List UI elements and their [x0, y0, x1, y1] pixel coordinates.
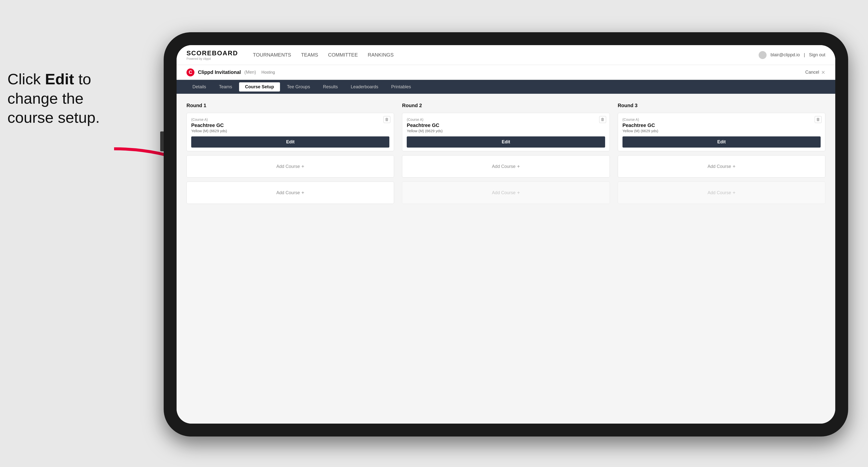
nav-links: TOURNAMENTS TEAMS COMMITTEE RANKINGS: [253, 51, 758, 59]
separator: |: [804, 52, 805, 58]
hosting-badge: Hosting: [261, 70, 275, 75]
round-1-add-course-2-plus: +: [301, 190, 304, 196]
round-2-edit-button[interactable]: Edit: [407, 136, 605, 148]
cancel-x-icon[interactable]: ✕: [821, 69, 825, 75]
round-3-course-card: (Course A) Peachtree GC Yellow (M) (6629…: [618, 113, 825, 151]
tab-nav: Details Teams Course Setup Tee Groups Re…: [177, 80, 835, 94]
main-content: Round 1 (Course A) Peachtree GC Yellow (…: [177, 94, 835, 424]
app-content: SCOREBOARD Powered by clippd TOURNAMENTS…: [177, 45, 835, 424]
user-email: blair@clippd.io: [771, 52, 800, 58]
round-2-add-course-2-plus: +: [517, 190, 520, 196]
round-1-column: Round 1 (Course A) Peachtree GC Yellow (…: [186, 103, 394, 208]
round-2-add-course-2-text: Add Course: [492, 190, 516, 195]
top-nav: SCOREBOARD Powered by clippd TOURNAMENTS…: [177, 45, 835, 65]
round-2-course-name: Peachtree GC: [407, 123, 605, 128]
round-1-add-course-2[interactable]: Add Course +: [186, 182, 394, 204]
round-3-add-course-1-text: Add Course: [708, 164, 731, 169]
trash-icon: 🗑: [816, 117, 820, 122]
rounds-grid: Round 1 (Course A) Peachtree GC Yellow (…: [186, 103, 825, 208]
tablet-side-button: [160, 131, 164, 151]
tab-printables[interactable]: Printables: [385, 82, 417, 92]
sub-nav: C Clippd Invitational (Men) Hosting Canc…: [177, 65, 835, 80]
round-3-delete-button[interactable]: 🗑: [815, 116, 822, 123]
round-1-course-card: (Course A) Peachtree GC Yellow (M) (6629…: [186, 113, 394, 151]
tournament-title: Clippd Invitational: [198, 69, 241, 75]
round-1-course-name: Peachtree GC: [191, 123, 390, 128]
tab-leaderboards[interactable]: Leaderboards: [345, 82, 384, 92]
round-3-add-course-2-plus: +: [733, 190, 736, 196]
round-2-add-course-1-plus: +: [517, 164, 520, 169]
tablet-device: SCOREBOARD Powered by clippd TOURNAMENTS…: [164, 32, 848, 436]
tab-tee-groups[interactable]: Tee Groups: [281, 82, 316, 92]
round-3-column: Round 3 (Course A) Peachtree GC Yellow (…: [618, 103, 825, 208]
user-avatar: [758, 51, 767, 59]
round-3-course-details: Yellow (M) (6629 yds): [622, 129, 820, 133]
round-1-delete-button[interactable]: 🗑: [383, 116, 390, 123]
tab-results[interactable]: Results: [317, 82, 344, 92]
round-3-add-course-2: Add Course +: [618, 182, 825, 204]
cancel-button[interactable]: Cancel: [805, 70, 819, 75]
round-2-heading: Round 2: [402, 103, 610, 108]
sign-out-link[interactable]: Sign out: [809, 52, 825, 58]
tab-details[interactable]: Details: [186, 82, 212, 92]
trash-icon: 🗑: [385, 117, 389, 122]
round-2-course-card: (Course A) Peachtree GC Yellow (M) (6629…: [402, 113, 610, 151]
round-1-edit-button[interactable]: Edit: [191, 136, 390, 148]
trash-icon: 🗑: [601, 117, 604, 122]
round-2-course-details: Yellow (M) (6629 yds): [407, 129, 605, 133]
tablet-screen: SCOREBOARD Powered by clippd TOURNAMENTS…: [177, 45, 835, 424]
round-1-add-course-1-plus: +: [301, 164, 304, 169]
round-3-add-course-1[interactable]: Add Course +: [618, 155, 825, 178]
nav-rankings[interactable]: RANKINGS: [368, 51, 394, 59]
round-1-add-course-1[interactable]: Add Course +: [186, 155, 394, 178]
round-3-course-label: (Course A): [622, 118, 820, 122]
round-1-heading: Round 1: [186, 103, 394, 108]
round-3-edit-button[interactable]: Edit: [622, 136, 820, 148]
round-2-add-course-2: Add Course +: [402, 182, 610, 204]
round-1-add-course-1-text: Add Course: [276, 164, 300, 169]
logo-main: SCOREBOARD: [186, 49, 238, 57]
round-2-add-course-1[interactable]: Add Course +: [402, 155, 610, 178]
clippd-logo: C: [186, 68, 194, 76]
round-1-course-label: (Course A): [191, 118, 390, 122]
round-3-course-name: Peachtree GC: [622, 123, 820, 128]
bold-edit: Edit: [45, 70, 74, 88]
round-2-add-course-1-text: Add Course: [492, 164, 516, 169]
round-2-course-label: (Course A): [407, 118, 605, 122]
nav-teams[interactable]: TEAMS: [301, 51, 318, 59]
round-3-heading: Round 3: [618, 103, 825, 108]
instruction-text: Click Edit tochange thecourse setup.: [7, 69, 100, 127]
scoreboard-logo: SCOREBOARD Powered by clippd: [186, 49, 238, 61]
nav-right: blair@clippd.io | Sign out: [758, 51, 825, 59]
logo-sub: Powered by clippd: [186, 57, 238, 61]
tournament-gender: (Men): [244, 70, 256, 75]
nav-tournaments[interactable]: TOURNAMENTS: [253, 51, 291, 59]
round-2-column: Round 2 (Course A) Peachtree GC Yellow (…: [402, 103, 610, 208]
round-1-course-details: Yellow (M) (6629 yds): [191, 129, 390, 133]
tournament-name: C Clippd Invitational (Men) Hosting: [186, 68, 805, 76]
round-1-add-course-2-text: Add Course: [276, 190, 300, 195]
nav-committee[interactable]: COMMITTEE: [328, 51, 358, 59]
round-3-add-course-1-plus: +: [733, 164, 736, 169]
round-2-delete-button[interactable]: 🗑: [599, 116, 606, 123]
tab-course-setup[interactable]: Course Setup: [239, 82, 280, 92]
round-3-add-course-2-text: Add Course: [708, 190, 731, 195]
tab-teams[interactable]: Teams: [213, 82, 238, 92]
